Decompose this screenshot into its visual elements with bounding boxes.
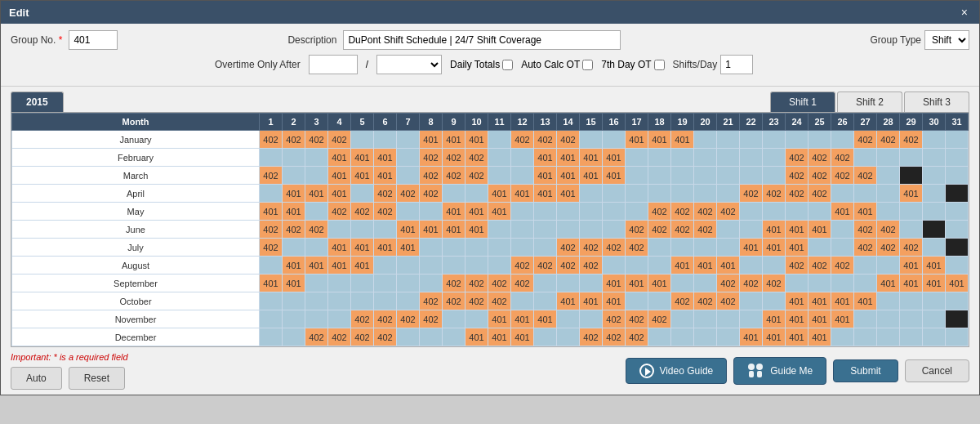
cell-august-day-5[interactable]: 401 bbox=[351, 257, 374, 274]
cell-may-day-16[interactable] bbox=[603, 203, 626, 221]
cell-november-day-23[interactable]: 401 bbox=[763, 310, 786, 328]
cell-march-day-18[interactable] bbox=[648, 167, 671, 185]
shift-tab-2[interactable]: Shift 2 bbox=[837, 91, 902, 112]
cell-october-day-12[interactable] bbox=[511, 292, 534, 310]
cell-september-day-4[interactable] bbox=[328, 274, 351, 292]
cell-june-day-6[interactable] bbox=[374, 221, 397, 239]
cell-march-day-24[interactable]: 402 bbox=[786, 167, 808, 185]
cell-december-day-29[interactable] bbox=[900, 328, 923, 346]
cell-february-day-19[interactable] bbox=[671, 149, 694, 167]
cell-july-day-14[interactable]: 402 bbox=[557, 239, 580, 257]
cell-july-day-8[interactable] bbox=[420, 239, 443, 257]
cell-june-day-29[interactable] bbox=[900, 221, 923, 239]
cell-february-day-14[interactable]: 401 bbox=[557, 149, 580, 167]
shifts-day-input[interactable] bbox=[720, 55, 753, 74]
cell-april-day-11[interactable]: 401 bbox=[488, 185, 511, 203]
close-button[interactable]: × bbox=[958, 6, 971, 19]
cell-january-day-24[interactable] bbox=[786, 131, 808, 149]
cell-january-day-22[interactable] bbox=[740, 131, 763, 149]
cell-july-day-5[interactable]: 401 bbox=[351, 239, 374, 257]
cell-december-day-12[interactable]: 401 bbox=[511, 328, 534, 346]
cell-august-day-6[interactable] bbox=[374, 257, 397, 274]
cell-march-day-2[interactable] bbox=[283, 167, 305, 185]
cell-august-day-30[interactable]: 401 bbox=[923, 257, 946, 274]
cell-january-day-25[interactable] bbox=[808, 131, 831, 149]
cell-march-day-11[interactable] bbox=[488, 167, 511, 185]
cell-october-day-8[interactable]: 402 bbox=[420, 292, 443, 310]
cell-february-day-17[interactable] bbox=[626, 149, 648, 167]
cell-august-day-16[interactable] bbox=[603, 257, 626, 274]
cell-february-day-8[interactable]: 402 bbox=[420, 149, 443, 167]
cell-september-day-11[interactable]: 402 bbox=[488, 274, 511, 292]
cell-may-day-25[interactable] bbox=[808, 203, 831, 221]
cell-march-day-1[interactable]: 402 bbox=[260, 167, 283, 185]
cell-august-day-22[interactable] bbox=[740, 257, 763, 274]
cell-october-day-24[interactable]: 401 bbox=[786, 292, 808, 310]
cell-september-day-25[interactable] bbox=[808, 274, 831, 292]
cell-november-day-18[interactable]: 402 bbox=[648, 310, 671, 328]
cell-june-day-26[interactable] bbox=[831, 221, 854, 239]
cell-december-day-22[interactable]: 401 bbox=[740, 328, 763, 346]
cell-march-day-23[interactable] bbox=[763, 167, 786, 185]
cell-july-day-26[interactable] bbox=[831, 239, 854, 257]
cell-november-day-20[interactable] bbox=[694, 310, 717, 328]
cell-june-day-11[interactable] bbox=[488, 221, 511, 239]
cell-february-day-22[interactable] bbox=[740, 149, 763, 167]
cell-november-day-27[interactable] bbox=[854, 310, 877, 328]
cell-june-day-5[interactable] bbox=[351, 221, 374, 239]
cell-january-day-21[interactable] bbox=[717, 131, 740, 149]
cell-july-day-7[interactable]: 401 bbox=[397, 239, 420, 257]
cell-november-day-7[interactable]: 402 bbox=[397, 310, 420, 328]
cell-november-day-29[interactable] bbox=[900, 310, 923, 328]
cell-november-day-19[interactable] bbox=[671, 310, 694, 328]
cell-january-day-11[interactable] bbox=[488, 131, 511, 149]
cell-march-day-5[interactable]: 401 bbox=[351, 167, 374, 185]
cell-august-day-8[interactable] bbox=[420, 257, 443, 274]
cell-december-day-6[interactable]: 402 bbox=[374, 328, 397, 346]
cell-october-day-31[interactable] bbox=[946, 292, 969, 310]
cell-november-day-17[interactable]: 402 bbox=[626, 310, 648, 328]
cell-june-day-1[interactable]: 402 bbox=[260, 221, 283, 239]
cell-october-day-22[interactable] bbox=[740, 292, 763, 310]
cell-may-day-24[interactable] bbox=[786, 203, 808, 221]
cell-april-day-5[interactable] bbox=[351, 185, 374, 203]
cell-january-day-26[interactable] bbox=[831, 131, 854, 149]
cell-april-day-4[interactable]: 401 bbox=[328, 185, 351, 203]
cell-september-day-1[interactable]: 401 bbox=[260, 274, 283, 292]
cell-june-day-31[interactable] bbox=[946, 221, 969, 239]
cell-may-day-31[interactable] bbox=[946, 203, 969, 221]
cell-february-day-7[interactable] bbox=[397, 149, 420, 167]
cell-july-day-21[interactable] bbox=[717, 239, 740, 257]
cell-november-day-15[interactable] bbox=[580, 310, 603, 328]
cell-october-day-18[interactable] bbox=[648, 292, 671, 310]
cell-december-day-8[interactable] bbox=[420, 328, 443, 346]
cell-november-day-30[interactable] bbox=[923, 310, 946, 328]
cell-february-day-9[interactable]: 402 bbox=[443, 149, 466, 167]
cell-december-day-3[interactable]: 402 bbox=[305, 328, 328, 346]
cancel-button[interactable]: Cancel bbox=[905, 359, 969, 382]
cell-october-day-10[interactable]: 402 bbox=[466, 292, 488, 310]
cell-march-day-25[interactable]: 402 bbox=[808, 167, 831, 185]
cell-april-day-27[interactable] bbox=[854, 185, 877, 203]
cell-march-day-31[interactable] bbox=[946, 167, 969, 185]
cell-july-day-30[interactable] bbox=[923, 239, 946, 257]
cell-march-day-28[interactable] bbox=[877, 167, 900, 185]
cell-february-day-30[interactable] bbox=[923, 149, 946, 167]
auto-calc-ot-checkbox[interactable] bbox=[582, 60, 593, 70]
cell-july-day-18[interactable] bbox=[648, 239, 671, 257]
cell-august-day-10[interactable] bbox=[466, 257, 488, 274]
cell-october-day-25[interactable]: 401 bbox=[808, 292, 831, 310]
cell-october-day-29[interactable] bbox=[900, 292, 923, 310]
cell-april-day-9[interactable] bbox=[443, 185, 466, 203]
cell-may-day-3[interactable] bbox=[305, 203, 328, 221]
cell-june-day-7[interactable]: 401 bbox=[397, 221, 420, 239]
cell-december-day-5[interactable]: 402 bbox=[351, 328, 374, 346]
cell-april-day-16[interactable] bbox=[603, 185, 626, 203]
cell-november-day-8[interactable]: 402 bbox=[420, 310, 443, 328]
cell-december-day-1[interactable] bbox=[260, 328, 283, 346]
cell-august-day-21[interactable]: 401 bbox=[717, 257, 740, 274]
cell-may-day-12[interactable] bbox=[511, 203, 534, 221]
cell-december-day-18[interactable] bbox=[648, 328, 671, 346]
cell-february-day-1[interactable] bbox=[260, 149, 283, 167]
cell-november-day-21[interactable] bbox=[717, 310, 740, 328]
